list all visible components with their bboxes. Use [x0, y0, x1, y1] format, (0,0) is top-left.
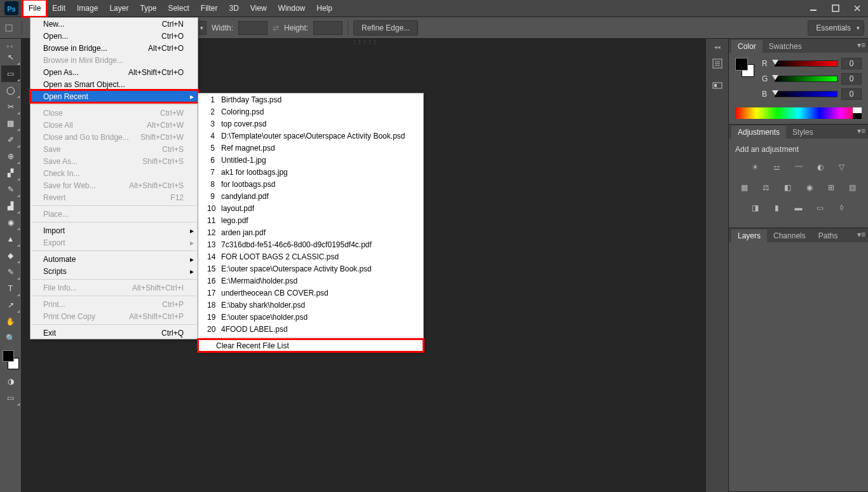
blur-tool[interactable]: ◆	[1, 247, 20, 264]
screenmode-icon[interactable]: ▭	[1, 390, 20, 406]
eraser-tool[interactable]: ◉	[1, 214, 20, 231]
menu-item-open-recent[interactable]: Open Recent▸	[31, 90, 198, 102]
recent-file-item[interactable]: 2Coloring.psd	[198, 106, 423, 118]
menu-item-open-as-smart-object[interactable]: Open as Smart Object...	[31, 78, 198, 90]
bw-icon[interactable]: ◧	[781, 181, 795, 195]
tab-layers[interactable]: Layers	[731, 229, 767, 242]
menu-item-browse-in-mini-bridge[interactable]: Browse in Mini Bridge...	[31, 54, 198, 66]
recent-file-item[interactable]: 16E:\Mermaid\holder.psd	[198, 275, 423, 287]
crop-tool[interactable]: ✂	[1, 99, 20, 115]
history-brush-tool[interactable]: ▟	[1, 198, 20, 214]
photo-filter-icon[interactable]: ◉	[803, 181, 817, 195]
menu-item-close[interactable]: CloseCtrl+W	[31, 107, 198, 119]
hand-tool[interactable]: ✋	[1, 313, 20, 330]
color-swatch-tool[interactable]	[1, 349, 20, 371]
refine-edge-button[interactable]: Refine Edge...	[353, 20, 418, 36]
fg-bg-color[interactable]	[735, 58, 754, 77]
recent-file-item[interactable]: 10layout.pdf	[198, 202, 423, 214]
workspace-switcher[interactable]: Essentials	[808, 20, 864, 36]
exposure-icon[interactable]: ◐	[813, 160, 827, 174]
path-tool[interactable]: ↗	[1, 297, 20, 313]
recent-file-item[interactable]: 19E:\outer space\holder.psd	[198, 311, 423, 323]
hue-icon[interactable]: ▦	[738, 181, 752, 195]
menu-window[interactable]: Window	[273, 0, 311, 17]
type-tool[interactable]: T	[1, 280, 20, 297]
g-slider[interactable]	[775, 76, 837, 82]
recent-file-item[interactable]: 8for lootbags.psd	[198, 178, 423, 190]
menu-item-export[interactable]: Export▸	[31, 236, 198, 249]
brightness-icon[interactable]: ☀	[749, 160, 763, 174]
recent-file-item[interactable]: 5Ref magnet.psd	[198, 142, 423, 154]
balance-icon[interactable]: ⚖	[759, 181, 773, 195]
menu-item-print-one-copy[interactable]: Print One CopyAlt+Shift+Ctrl+P	[31, 310, 198, 322]
menu-image[interactable]: Image	[71, 0, 104, 17]
height-input[interactable]	[313, 21, 342, 35]
marquee-tool[interactable]: ▭	[1, 65, 20, 82]
menu-item-save-as[interactable]: Save As...Shift+Ctrl+S	[31, 155, 198, 167]
clear-recent-file-list[interactable]: Clear Recent File List	[198, 339, 423, 352]
stamp-tool[interactable]: ✎	[1, 181, 20, 198]
properties-dock-icon[interactable]	[708, 76, 727, 95]
panel-menu-icon[interactable]: ▾≡	[857, 230, 865, 239]
menu-filter[interactable]: Filter	[195, 0, 224, 17]
toolbox-grip[interactable]: ▸▸	[0, 43, 21, 49]
heal-tool[interactable]: ⊕	[1, 148, 20, 165]
recent-file-item[interactable]: 15E:\outer space\Outerspace Activity Boo…	[198, 263, 423, 275]
menu-item-new[interactable]: New...Ctrl+N	[31, 18, 198, 30]
recent-file-item[interactable]: 9candyland.pdf	[198, 190, 423, 202]
menu-layer[interactable]: Layer	[104, 0, 134, 17]
selective-icon[interactable]: ◊	[835, 201, 849, 215]
menu-item-import[interactable]: Import▸	[31, 224, 198, 236]
tool-preset-icon[interactable]	[4, 22, 17, 34]
curves-icon[interactable]: 〰	[792, 160, 806, 174]
gradientmap-icon[interactable]: ▭	[813, 201, 827, 215]
maximize-button[interactable]	[826, 2, 845, 15]
menu-edit[interactable]: Edit	[46, 0, 71, 17]
invert-icon[interactable]: ◨	[749, 201, 763, 215]
eyedropper-tool[interactable]: ✐	[1, 132, 20, 148]
menu-item-close-all[interactable]: Close AllAlt+Ctrl+W	[31, 119, 198, 131]
menu-select[interactable]: Select	[162, 0, 194, 17]
r-value[interactable]: 0	[841, 58, 862, 69]
close-button[interactable]	[848, 2, 867, 15]
tab-styles[interactable]: Styles	[786, 126, 820, 139]
menu-help[interactable]: Help	[311, 0, 338, 17]
recent-file-item[interactable]: 1Birthday Tags.psd	[198, 93, 423, 106]
recent-file-item[interactable]: 204FOOD LABEL.psd	[198, 323, 423, 335]
levels-icon[interactable]: ⚍	[770, 160, 784, 174]
menu-view[interactable]: View	[245, 0, 273, 17]
minimize-button[interactable]	[804, 2, 824, 15]
menu-item-revert[interactable]: RevertF12	[31, 191, 198, 203]
menu-item-open-as[interactable]: Open As...Alt+Shift+Ctrl+O	[31, 66, 198, 78]
history-dock-icon[interactable]	[708, 54, 727, 73]
menu-item-save-for-web[interactable]: Save for Web...Alt+Shift+Ctrl+S	[31, 179, 198, 191]
panel-menu-icon[interactable]: ▾≡	[857, 41, 865, 50]
quickmask-icon[interactable]: ◑	[1, 373, 20, 390]
menu-item-open[interactable]: Open...Ctrl+O	[31, 30, 198, 42]
panel-menu-icon[interactable]: ▾≡	[857, 126, 865, 135]
g-value[interactable]: 0	[841, 73, 862, 85]
dodge-tool[interactable]: ✎	[1, 264, 20, 280]
wand-tool[interactable]: ▩	[1, 115, 20, 132]
mixer-icon[interactable]: ⊞	[824, 181, 838, 195]
lasso-tool[interactable]: ◯	[1, 82, 20, 99]
menu-item-automate[interactable]: Automate▸	[31, 253, 198, 265]
recent-file-item[interactable]: 11lego.pdf	[198, 214, 423, 226]
menu-3d[interactable]: 3D	[223, 0, 244, 17]
recent-file-item[interactable]: 18E:\baby shark\holder.psd	[198, 299, 423, 311]
recent-file-item[interactable]: 14FOR LOOT BAGS 2 CLASSIC.psd	[198, 250, 423, 263]
menu-item-place[interactable]: Place...	[31, 208, 198, 220]
recent-file-item[interactable]: 6Untitled-1.jpg	[198, 154, 423, 166]
menu-item-check-in[interactable]: Check In...	[31, 167, 198, 179]
menu-type[interactable]: Type	[134, 0, 162, 17]
vibrance-icon[interactable]: ▽	[835, 160, 849, 174]
menu-item-save[interactable]: SaveCtrl+S	[31, 143, 198, 155]
menu-item-browse-in-bridge[interactable]: Browse in Bridge...Alt+Ctrl+O	[31, 42, 198, 54]
b-slider[interactable]	[775, 91, 837, 97]
menu-item-close-and-go-to-bridge[interactable]: Close and Go to Bridge...Shift+Ctrl+W	[31, 131, 198, 143]
recent-file-item[interactable]: 12arden jan.pdf	[198, 226, 423, 238]
menu-item-file-info[interactable]: File Info...Alt+Shift+Ctrl+I	[31, 282, 198, 294]
tab-paths[interactable]: Paths	[812, 229, 844, 242]
menu-item-exit[interactable]: ExitCtrl+Q	[31, 327, 198, 339]
menu-item-print[interactable]: Print...Ctrl+P	[31, 298, 198, 310]
